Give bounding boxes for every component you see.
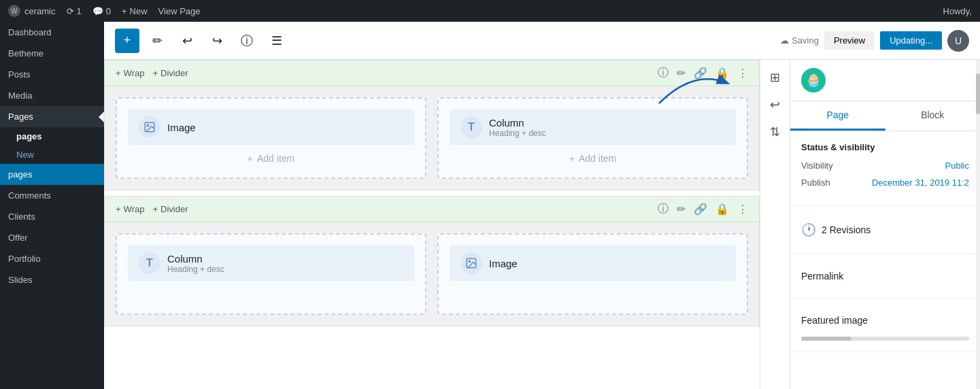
- svg-point-3: [469, 260, 470, 262]
- admin-bar-revisions[interactable]: ⟳ 1: [67, 6, 82, 16]
- more-icon-2[interactable]: ⋮: [737, 203, 748, 216]
- columns-grid-1: Image + Add item T: [105, 86, 759, 190]
- admin-bar-howdy: Howdy,: [943, 6, 972, 16]
- preview-button[interactable]: Preview: [824, 31, 875, 50]
- revisions-clock-icon: 🕐: [801, 222, 816, 237]
- block-item-image-2[interactable]: Image: [450, 246, 736, 281]
- sidebar-item-slides[interactable]: Slides: [0, 269, 104, 290]
- admin-bar-view-page[interactable]: View Page: [158, 6, 201, 16]
- tab-block[interactable]: Block: [885, 101, 981, 131]
- column-block-column-1: T Column Heading + desc + Add item: [437, 97, 748, 179]
- undo-button[interactable]: ↩: [175, 29, 199, 53]
- admin-bar-site[interactable]: W ceramic: [8, 5, 56, 17]
- sidebar-item-pages[interactable]: Pages: [0, 106, 104, 127]
- divider-button-1[interactable]: + Divider: [152, 68, 188, 78]
- sidebar-item-label: Dashboard: [8, 27, 52, 37]
- sidebar-subitem-pages-all[interactable]: pages: [0, 127, 104, 146]
- lock-icon[interactable]: 🔒: [715, 67, 729, 80]
- sidebar-item-media[interactable]: Media: [0, 85, 104, 106]
- permalink-section: Permalink: [790, 254, 980, 299]
- list-view-button[interactable]: ☰: [265, 29, 289, 53]
- column-label: Column: [489, 117, 546, 129]
- block-section-2: + Wrap + Divider ⓘ ✏ 🔗 🔒 ⋮: [104, 196, 760, 326]
- wrap-button-1[interactable]: + Wrap: [116, 68, 144, 78]
- add-item-button-2[interactable]: + Add item: [569, 153, 616, 164]
- revisions-row[interactable]: 🕐 2 Revisions: [801, 217, 969, 243]
- sidebar-item-comments[interactable]: Comments: [0, 185, 104, 206]
- sidebar: Dashboard Betheme Posts Media Pages page…: [0, 22, 104, 389]
- text-icon: T: [460, 116, 482, 138]
- lock-icon-2[interactable]: 🔒: [715, 203, 729, 216]
- sidebar-item-dashboard[interactable]: Dashboard: [0, 22, 104, 43]
- right-panel: 🧁 Page Block Status & visibility Visibil…: [790, 60, 980, 389]
- wordpress-icon: W: [8, 5, 20, 17]
- sidebar-item-pages-active[interactable]: pages: [0, 164, 104, 185]
- link-icon[interactable]: 🔗: [694, 67, 707, 80]
- admin-bar-comments[interactable]: 💬 0: [92, 6, 111, 16]
- user-avatar[interactable]: U: [947, 30, 969, 52]
- plus-icon: +: [116, 68, 121, 78]
- block-item-column-1[interactable]: T Column Heading + desc: [450, 109, 736, 145]
- redo-button[interactable]: ↪: [205, 29, 229, 53]
- publish-value[interactable]: December 31, 2019 11:2: [872, 177, 969, 188]
- column-block-image-2: Image: [437, 233, 748, 315]
- image-icon: [139, 116, 160, 138]
- add-item-button-1[interactable]: + Add item: [248, 153, 294, 164]
- tab-page[interactable]: Page: [790, 101, 885, 131]
- revision-count: 1: [77, 6, 82, 16]
- main-layout: Dashboard Betheme Posts Media Pages page…: [0, 22, 980, 389]
- sidebar-item-label: Media: [8, 90, 32, 101]
- sidebar-item-portfolio[interactable]: Portfolio: [0, 248, 104, 269]
- status-section-title: Status & visibility: [801, 142, 969, 152]
- svg-point-1: [147, 124, 148, 126]
- updating-button[interactable]: Updating...: [880, 31, 942, 50]
- permalink-row[interactable]: Permalink: [801, 265, 969, 287]
- block-item-image[interactable]: Image: [128, 109, 414, 145]
- layout-grid-button[interactable]: ⊞: [763, 65, 788, 90]
- image-label: Image: [167, 122, 196, 133]
- link-icon-2[interactable]: 🔗: [694, 203, 707, 216]
- publish-label: Publish: [801, 177, 830, 188]
- updown-sidebar-button[interactable]: ⇅: [763, 120, 788, 144]
- plus-icon: +: [569, 153, 575, 164]
- sidebar-item-clients[interactable]: Clients: [0, 206, 104, 227]
- featured-image-row[interactable]: Featured image: [801, 309, 969, 331]
- revisions-section: 🕐 2 Revisions: [790, 206, 980, 254]
- visibility-label: Visibility: [801, 160, 833, 171]
- sidebar-item-posts[interactable]: Posts: [0, 64, 104, 85]
- saving-status: ☁ Saving: [780, 35, 819, 46]
- sidebar-item-betheme[interactable]: Betheme: [0, 43, 104, 64]
- revisions-label: 2 Revisions: [822, 224, 871, 235]
- plus-icon: +: [116, 204, 121, 214]
- admin-bar-new[interactable]: + New: [122, 6, 148, 16]
- info-icon[interactable]: ⓘ: [658, 66, 669, 80]
- sidebar-item-offer[interactable]: Offer: [0, 227, 104, 248]
- wrap-button-2[interactable]: + Wrap: [116, 204, 144, 214]
- plus-icon: +: [152, 204, 158, 214]
- undo-sidebar-button[interactable]: ↩: [763, 92, 788, 117]
- more-icon[interactable]: ⋮: [737, 67, 748, 80]
- toolbar-right: ☁ Saving Preview Updating... U: [780, 30, 969, 52]
- block-item-column-2[interactable]: T Column Heading + desc: [128, 246, 414, 281]
- divider-button-2[interactable]: + Divider: [152, 204, 188, 214]
- permalink-label: Permalink: [801, 271, 843, 282]
- info-icon-2[interactable]: ⓘ: [658, 202, 669, 216]
- info-button[interactable]: ⓘ: [235, 29, 259, 53]
- add-block-button[interactable]: +: [115, 29, 139, 53]
- visibility-value[interactable]: Public: [945, 160, 969, 171]
- sidebar-subitem-pages-new[interactable]: New: [0, 146, 104, 164]
- block-item-text: Column Heading + desc: [489, 117, 546, 138]
- column-label-2: Column: [167, 253, 224, 265]
- sidebar-item-label: Clients: [8, 212, 35, 222]
- edit-icon[interactable]: ✏: [677, 67, 686, 80]
- site-name: ceramic: [24, 6, 56, 16]
- featured-image-label: Featured image: [801, 315, 868, 326]
- admin-bar: W ceramic ⟳ 1 💬 0 + New View Page Howdy,: [0, 0, 980, 22]
- block-toolbar-actions-2: ⓘ ✏ 🔗 🔒 ⋮: [658, 202, 748, 216]
- edit-icon-2[interactable]: ✏: [677, 203, 686, 216]
- edit-mode-button[interactable]: ✏: [145, 29, 169, 53]
- saving-label: Saving: [792, 35, 819, 46]
- featured-image-progress: [801, 337, 969, 341]
- plus-icon: +: [152, 68, 158, 78]
- sidebar-item-label: Posts: [8, 69, 31, 80]
